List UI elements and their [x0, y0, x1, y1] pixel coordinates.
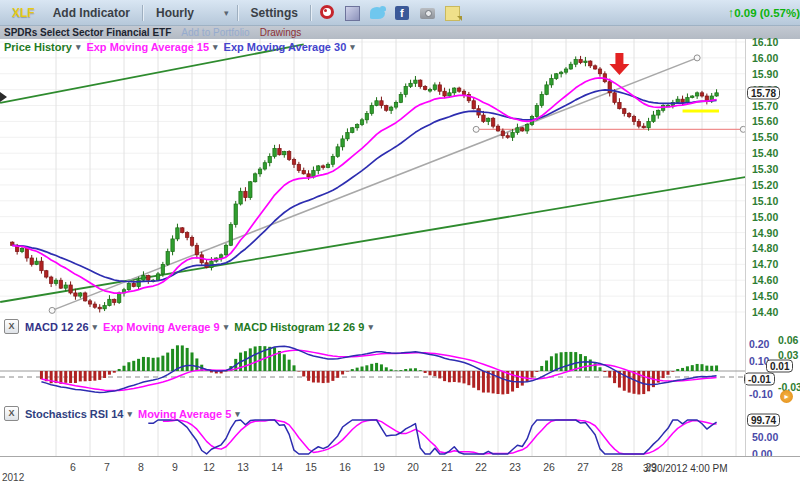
- down-arrow-annotation: [609, 53, 629, 75]
- macd-line-axis-label: 0.20: [749, 338, 769, 350]
- chevron-down-icon: [93, 322, 98, 332]
- close-stochastics-button[interactable]: X: [4, 406, 19, 421]
- price-axis-label: 14.90: [752, 227, 778, 239]
- date-axis-label: 21: [441, 461, 453, 473]
- symbol-label[interactable]: XLF: [6, 6, 41, 20]
- date-axis-label: 22: [475, 461, 487, 473]
- price-change-readout: ↑0.09 (0.57%): [728, 5, 800, 20]
- left-edge-marker-icon: [0, 92, 7, 102]
- date-axis-label: 13: [237, 461, 249, 473]
- price-axis-label: 16.10: [752, 36, 778, 48]
- last-price-badge: 15.78: [747, 86, 780, 99]
- price-axis-label: 15.00: [752, 211, 778, 223]
- price-axis[interactable]: 16.1016.0015.9015.8015.7015.6015.5015.40…: [745, 39, 800, 317]
- chevron-down-icon: [224, 322, 229, 332]
- toolbar-separator: [310, 5, 312, 21]
- drawings-menu[interactable]: Drawings: [260, 27, 302, 38]
- close-macd-button[interactable]: X: [4, 319, 19, 334]
- chevron-down-icon: [350, 42, 355, 52]
- date-axis-label: 26: [543, 461, 555, 473]
- macd-histogram-axis-label: 0.06: [778, 334, 798, 346]
- stochastics-axis-label: 50.00: [752, 431, 778, 443]
- price-axis-label: 14.70: [752, 258, 778, 270]
- price-axis-label: 15.20: [752, 179, 778, 191]
- chevron-down-icon: [127, 409, 132, 419]
- chevron-down-icon: [76, 42, 81, 52]
- macd-line-axis-label: -0.10: [749, 388, 773, 400]
- notes-icon[interactable]: [445, 5, 462, 21]
- chevron-down-icon: [235, 409, 240, 419]
- toolbar-separator: [237, 5, 239, 21]
- facebook-icon[interactable]: f: [395, 5, 412, 21]
- expand-panel-button[interactable]: [780, 390, 793, 403]
- axis-border: [745, 39, 746, 456]
- price-axis-label: 14.50: [752, 290, 778, 302]
- price-axis-label: 15.70: [752, 100, 778, 112]
- cube-icon[interactable]: [345, 5, 362, 21]
- year-label: 2012: [2, 472, 24, 483]
- price-axis-label: 15.40: [752, 147, 778, 159]
- stochastics-legend: X Stochastics RSI 14 Moving Average 5: [4, 406, 240, 421]
- change-value: 0.09 (0.57%): [734, 7, 800, 19]
- stochastics-value-badge: 99.74: [747, 414, 780, 427]
- macd-signal-dropdown[interactable]: Exp Moving Average 9: [103, 321, 228, 333]
- date-axis-label: 7: [104, 461, 110, 473]
- symbol-subheader: SPDRs Select Sector Financial ETF Add to…: [0, 26, 800, 39]
- macd-histogram-dropdown[interactable]: MACD Histogram 12 26 9: [234, 321, 373, 333]
- date-axis-label: 27: [577, 461, 589, 473]
- macd-histogram-value-badge: 0.01: [766, 359, 793, 372]
- add-to-portfolio-link[interactable]: Add to Portfolio: [181, 27, 249, 38]
- toolbar-separator: [142, 5, 144, 21]
- symbol-full-name: SPDRs Select Sector Financial ETF: [4, 27, 171, 38]
- price-axis-label: 14.80: [752, 242, 778, 254]
- date-axis-label: 29: [645, 461, 657, 473]
- stoch-rsi-dropdown[interactable]: Stochastics RSI 14: [25, 408, 132, 420]
- macd-value-badge: -0.01: [744, 372, 775, 385]
- chevron-down-icon: [368, 322, 373, 332]
- stoch-ma-dropdown[interactable]: Moving Average 5: [138, 408, 240, 420]
- camera-icon[interactable]: [420, 5, 437, 21]
- settings-button[interactable]: Settings: [247, 6, 302, 20]
- price-axis-label: 15.10: [752, 195, 778, 207]
- price-legend: Price History Exp Moving Average 15 Exp …: [4, 41, 355, 53]
- date-axis[interactable]: 2012 3/30/2012 4:00 PM 67891213141516192…: [0, 456, 800, 483]
- price-axis-label: 15.60: [752, 115, 778, 127]
- price-axis-label: 15.50: [752, 131, 778, 143]
- interval-dropdown[interactable]: Hourly: [152, 6, 229, 20]
- ema30-dropdown[interactable]: Exp Moving Average 30: [224, 41, 355, 53]
- stochastics-axis: 50.000.00: [745, 404, 800, 456]
- date-axis-label: 15: [305, 461, 317, 473]
- date-axis-label: 14: [271, 461, 283, 473]
- macd-dropdown[interactable]: MACD 12 26: [25, 321, 97, 333]
- date-axis-label: 12: [203, 461, 215, 473]
- date-axis-label: 9: [172, 461, 178, 473]
- date-axis-label: 19: [373, 461, 385, 473]
- date-axis-label: 6: [70, 461, 76, 473]
- twitter-icon[interactable]: [370, 5, 387, 21]
- chevron-down-icon: [213, 42, 218, 52]
- date-axis-label: 16: [339, 461, 351, 473]
- macd-legend: X MACD 12 26 Exp Moving Average 9 MACD H…: [4, 319, 373, 334]
- add-indicator-button[interactable]: Add Indicator: [49, 6, 134, 20]
- charting-app-window: XLF Add Indicator Hourly Settings f ↑0.0…: [0, 0, 800, 483]
- price-history-dropdown[interactable]: Price History: [4, 41, 80, 53]
- date-axis-label: 8: [138, 461, 144, 473]
- ema15-dropdown[interactable]: Exp Moving Average 15: [86, 41, 217, 53]
- price-axis-label: 15.90: [752, 68, 778, 80]
- interval-value[interactable]: Hourly: [152, 6, 198, 20]
- date-axis-label: 20: [407, 461, 419, 473]
- price-chart-canvas[interactable]: [0, 39, 745, 317]
- price-axis-label: 15.30: [752, 163, 778, 175]
- chevron-down-icon[interactable]: [224, 8, 229, 18]
- price-axis-label: 14.60: [752, 274, 778, 286]
- date-axis-label: 28: [611, 461, 623, 473]
- date-axis-label: 23: [509, 461, 521, 473]
- alerts-icon[interactable]: [320, 5, 337, 21]
- candles-layer: [11, 56, 719, 313]
- price-axis-label: 16.00: [752, 52, 778, 64]
- top-toolbar: XLF Add Indicator Hourly Settings f ↑0.0…: [0, 0, 800, 26]
